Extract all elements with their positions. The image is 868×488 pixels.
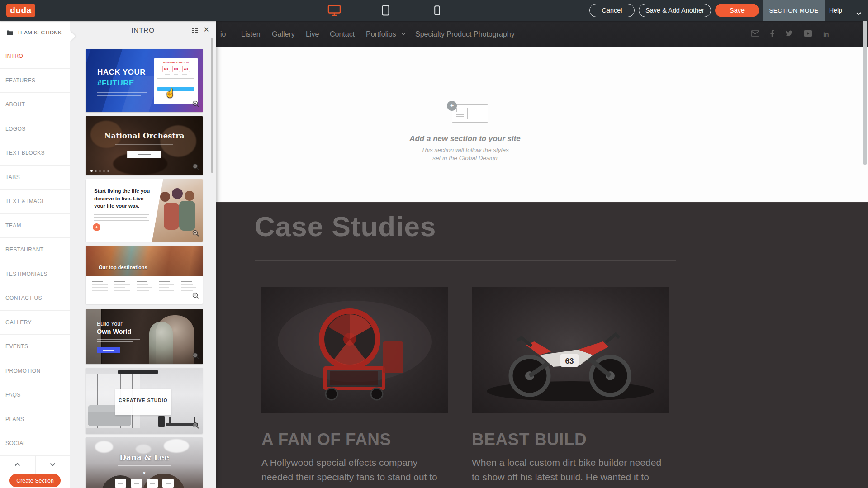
page-scrollbar[interactable] (863, 21, 867, 165)
sidebar-item-label: GALLERY (5, 319, 32, 326)
sidebar-item-label: LOGOS (5, 126, 26, 132)
email-icon (751, 30, 759, 38)
sidebar-item-contact-us[interactable]: CONTACT US (0, 286, 70, 311)
thumb-title: #FUTURE (97, 79, 134, 88)
close-icon[interactable]: ✕ (204, 25, 209, 34)
sections-sidebar: TEAM SECTIONS INTRO FEATURES ABOUT LOGOS… (0, 21, 70, 488)
sidebar-item-intro[interactable]: INTRO (0, 44, 70, 69)
save-button[interactable]: Save (715, 4, 759, 17)
sidebar-item-social[interactable]: SOCIAL (0, 431, 70, 456)
sidebar-item-restaurant[interactable]: RESTAURANT (0, 238, 70, 262)
site-nav-item-contact: Contact (330, 21, 355, 47)
case-study-body: When a local custom dirt bike builder ne… (472, 455, 671, 488)
sidebar-item-features[interactable]: FEATURES (0, 69, 70, 93)
placeholder-subtitle-line1: This section will follow the styles (393, 146, 537, 154)
sidebar-item-label: TEAM (5, 223, 21, 229)
template-thumbnail-hack-your-future[interactable]: HACK YOUR #FUTURE WEBINAR STARTS IN 63 0… (86, 49, 203, 112)
thumb-cta-button (97, 347, 120, 353)
sidebar-item-team[interactable]: TEAM (0, 214, 70, 238)
sidebar-item-gallery[interactable]: GALLERY (0, 311, 70, 335)
sidebar-item-logos[interactable]: LOGOS (0, 117, 70, 142)
sidebar-header: TEAM SECTIONS (0, 21, 70, 44)
zoom-preview-icon[interactable] (192, 352, 199, 361)
zoom-preview-icon[interactable] (192, 422, 199, 431)
sidebar-item-label: PLANS (5, 416, 24, 422)
site-nav-item-listen: Listen (241, 21, 261, 47)
scroll-down-button[interactable] (35, 455, 71, 474)
editor-top-bar: duda Cancel Save & Add Another Save SECT… (0, 0, 868, 21)
thumb-link-columns (92, 281, 196, 294)
zoom-preview-icon[interactable] (192, 163, 199, 172)
twitter-icon (785, 30, 793, 38)
thumb-webinar-card: WEBINAR STARTS IN 63 08 43 (154, 58, 198, 104)
sidebar-item-promotion[interactable]: PROMOTION (0, 359, 70, 384)
heart-icon: ♥ (143, 471, 145, 475)
zoom-preview-icon[interactable] (192, 230, 199, 239)
template-thumbnail-start-living[interactable]: Start living the life you deserve to liv… (86, 179, 203, 242)
sidebar-item-label: FEATURES (5, 77, 35, 84)
template-thumbnail-national-orchestra[interactable]: National Orchestra (86, 116, 203, 175)
zoom-preview-icon[interactable] (192, 292, 199, 301)
site-nav-item-live: Live (306, 21, 319, 47)
template-thumbnail-dana-and-lee[interactable]: Dana & Lee ♥ (86, 437, 203, 488)
template-thumbnail-creative-studio[interactable]: CREATIVE STUDIO (86, 368, 203, 434)
site-social-icons: in (751, 21, 829, 47)
youtube-icon (804, 30, 812, 38)
device-mobile-button[interactable] (412, 0, 462, 21)
thumb-title-card: CREATIVE STUDIO (115, 389, 171, 415)
scroll-up-button[interactable] (0, 455, 35, 474)
mobile-icon (434, 5, 440, 15)
new-section-drop-area[interactable]: + Add a new section to your site This se… (216, 47, 868, 202)
sidebar-item-about[interactable]: ABOUT (0, 93, 70, 117)
tablet-icon (382, 5, 389, 16)
folder-icon (7, 30, 13, 35)
site-preview: io Listen Gallery Live Contact Portfolio… (216, 21, 868, 488)
thumb-title: Dana & Lee (86, 453, 203, 462)
zoom-preview-icon[interactable] (192, 100, 199, 109)
sidebar-item-tabs[interactable]: TABS (0, 166, 70, 190)
template-thumbnail-build-your-own-world[interactable]: Build Your Own World (86, 309, 203, 364)
case-study-body: A Hollywood special effects company need… (261, 455, 451, 488)
sidebar-item-plans[interactable]: PLANS (0, 407, 70, 432)
create-section-button[interactable]: Create Section (9, 474, 61, 487)
carousel-dots (90, 170, 109, 172)
sidebar-item-events[interactable]: EVENTS (0, 335, 70, 359)
sidebar-item-faqs[interactable]: FAQS (0, 383, 70, 407)
sidebar-item-label: TEXT BLOCKS (5, 150, 45, 156)
sidebar-item-label: EVENTS (5, 343, 28, 350)
thumb-title: HACK YOUR (97, 68, 146, 77)
site-nav-item-gallery: Gallery (272, 21, 295, 47)
chevron-down-icon (401, 21, 406, 47)
section-title: Case Studies (255, 210, 436, 242)
panel-scrollbar[interactable] (211, 38, 213, 173)
countdown-value: 63 (162, 66, 170, 72)
sidebar-item-label: FAQS (5, 392, 21, 398)
case-study-image-fan (261, 287, 448, 413)
countdown-value: 43 (182, 66, 190, 72)
sidebar-item-label: TEXT & IMAGE (5, 198, 46, 204)
thumb-title: Our top destinations (99, 265, 147, 270)
case-study-image-bike: 63 (472, 287, 669, 413)
device-desktop-button[interactable] (309, 0, 359, 21)
countdown-value: 08 (172, 66, 180, 72)
template-thumbnail-top-destinations[interactable]: Our top destinations (86, 246, 203, 304)
add-section-placeholder[interactable]: + Add a new section to your site This se… (420, 101, 510, 162)
placeholder-title: Add a new section to your site (393, 134, 537, 143)
bike-number-plate: 63 (565, 357, 574, 365)
case-studies-section: Case Studies A FAN OF FANS A Hollywood s… (216, 202, 868, 488)
thumb-title: Build Your (97, 321, 122, 327)
help-menu[interactable]: Help (829, 0, 842, 21)
sidebar-item-text-blocks[interactable]: TEXT BLOCKS (0, 141, 70, 166)
save-add-another-button[interactable]: Save & Add Another (639, 4, 711, 17)
thumb-plus-button: + (93, 223, 100, 231)
device-tablet-button[interactable] (359, 0, 412, 21)
duda-logo: duda (6, 4, 35, 17)
sidebar-item-text-image[interactable]: TEXT & IMAGE (0, 190, 70, 214)
thumb-cta-button (157, 87, 194, 91)
sidebar-item-testimonials[interactable]: TESTIMONIALS (0, 262, 70, 287)
cancel-button[interactable]: Cancel (589, 4, 635, 17)
thumb-title: National Orchestra (86, 132, 203, 140)
countdown-boxes (115, 479, 174, 488)
help-chevron-down-icon[interactable] (856, 9, 861, 17)
grid-view-icon[interactable] (192, 27, 199, 35)
